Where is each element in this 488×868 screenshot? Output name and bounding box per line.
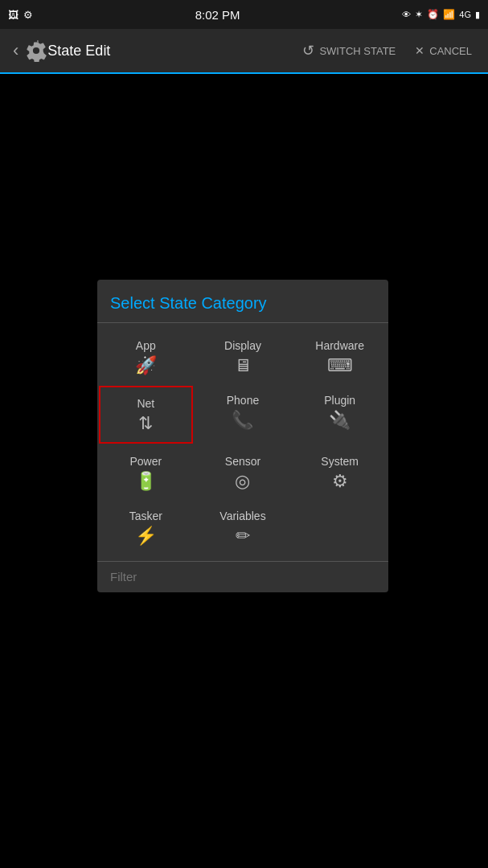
category-label-system: System [321, 455, 359, 468]
category-item-net[interactable]: Net⇅ [99, 386, 193, 444]
back-button[interactable]: ‹ [6, 34, 25, 68]
category-item-tasker[interactable]: Tasker⚡ [97, 500, 195, 555]
status-bar: 🖼 ⚙ 8:02 PM 👁 ✶ ⏰ 📶 4G ▮ [0, 0, 488, 29]
cancel-button[interactable]: ✕ CANCEL [405, 38, 482, 63]
status-right-icons: 👁 ✶ ⏰ 📶 4G ▮ [402, 9, 480, 20]
category-label-sensor: Sensor [225, 455, 260, 468]
page-title: State Edit [47, 43, 293, 59]
category-icon-tasker: ⚡ [135, 527, 157, 545]
switch-state-label: SWITCH STATE [319, 45, 396, 57]
status-left-icons: 🖼 ⚙ [8, 9, 33, 21]
category-label-app: App [136, 339, 156, 352]
battery-icon: ▮ [475, 10, 480, 20]
select-state-category-dialog: Select State Category App🚀Display🖥Hardwa… [97, 280, 388, 592]
category-item-sensor[interactable]: Sensor◎ [195, 445, 292, 500]
category-label-variables: Variables [219, 510, 265, 522]
cancel-icon: ✕ [415, 44, 424, 57]
category-icon-system: ⚙ [332, 473, 348, 490]
status-time: 8:02 PM [195, 8, 240, 22]
filter-section [97, 561, 388, 592]
category-item-variables[interactable]: Variables✏ [195, 500, 292, 555]
category-icon-net: ⇅ [138, 415, 153, 432]
category-icon-hardware: ⌨ [327, 357, 353, 375]
category-icon-sensor: ◎ [235, 473, 250, 490]
eye-icon: 👁 [402, 10, 411, 19]
category-item-phone[interactable]: Phone📞 [195, 384, 292, 445]
app-icon [25, 39, 47, 62]
category-item-display[interactable]: Display🖥 [195, 330, 292, 384]
category-icon-plugin: 🔌 [329, 411, 351, 429]
category-label-tasker: Tasker [129, 510, 162, 522]
category-icon-variables: ✏ [236, 527, 250, 545]
switch-state-icon: ↺ [302, 42, 314, 59]
switch-state-button[interactable]: ↺ SWITCH STATE [293, 35, 405, 66]
dialog-title: Select State Category [97, 280, 388, 323]
category-item-power[interactable]: Power🔋 [97, 445, 195, 500]
category-item-system[interactable]: System⚙ [291, 445, 388, 500]
category-label-net: Net [137, 397, 154, 410]
category-item-app[interactable]: App🚀 [97, 330, 195, 384]
action-bar: ‹ State Edit ↺ SWITCH STATE ✕ CANCEL [0, 29, 488, 74]
bluetooth-icon: ✶ [415, 9, 423, 20]
signal-icon: 4G [459, 10, 471, 19]
filter-input[interactable] [110, 570, 375, 583]
category-label-display: Display [224, 339, 261, 352]
image-icon: 🖼 [8, 9, 18, 21]
cancel-label: CANCEL [429, 45, 472, 57]
category-label-power: Power [129, 455, 162, 468]
category-icon-power: 🔋 [135, 473, 157, 490]
category-icon-display: 🖥 [234, 357, 252, 375]
category-icon-phone: 📞 [232, 411, 253, 429]
category-label-hardware: Hardware [315, 339, 364, 352]
alarm-icon: ⏰ [427, 9, 439, 20]
category-icon-app: 🚀 [135, 357, 157, 375]
category-item-plugin[interactable]: Plugin🔌 [291, 384, 388, 445]
wifi-icon: 📶 [443, 9, 455, 20]
category-grid: App🚀Display🖥Hardware⌨Net⇅Phone📞Plugin🔌Po… [97, 323, 388, 561]
category-label-plugin: Plugin [324, 394, 355, 407]
category-item-hardware[interactable]: Hardware⌨ [291, 330, 388, 384]
category-label-phone: Phone [227, 394, 259, 407]
settings-icon: ⚙ [23, 9, 33, 21]
